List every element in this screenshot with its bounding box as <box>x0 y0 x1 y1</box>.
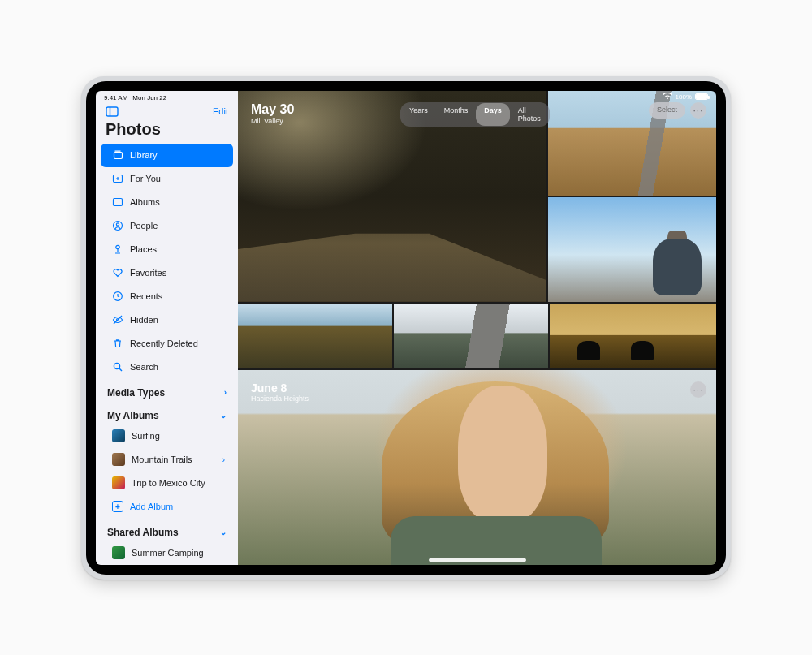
album-item-trip-mexico[interactable]: Trip to Mexico City <box>101 472 233 495</box>
svg-point-7 <box>116 245 119 248</box>
battery-icon <box>695 93 708 100</box>
segment-days[interactable]: Days <box>476 103 510 126</box>
sidebar-item-for-you[interactable]: For You <box>101 167 233 191</box>
album-thumb <box>112 453 125 466</box>
select-button[interactable]: Select <box>649 102 685 119</box>
album-label: Mountain Trails <box>132 455 216 464</box>
sidebar-toggle-icon[interactable] <box>106 106 119 117</box>
svg-rect-2 <box>114 153 123 159</box>
section-shared-albums[interactable]: Shared Albums ⌄ <box>96 519 238 541</box>
plus-icon: + <box>112 501 123 512</box>
wifi-icon <box>663 93 672 100</box>
sidebar-item-label: Albums <box>130 197 225 207</box>
album-label: Surfing <box>132 431 225 441</box>
shared-item-summer-camping[interactable]: Summer Camping <box>101 541 233 565</box>
album-item-surfing[interactable]: Surfing <box>101 424 233 448</box>
sidebar-item-favorites[interactable]: Favorites <box>101 261 233 285</box>
album-label: Summer Camping <box>132 548 225 558</box>
sidebar-item-people[interactable]: People <box>101 214 233 238</box>
section-title: Media Types <box>107 387 165 399</box>
map-pin-icon <box>112 243 123 255</box>
sidebar-item-label: Recently Deleted <box>130 338 225 348</box>
photo-tile[interactable] <box>550 304 716 368</box>
sidebar-item-hidden[interactable]: Hidden <box>101 308 233 332</box>
photo-tile[interactable] <box>238 304 392 368</box>
svg-point-10 <box>114 363 119 368</box>
album-label: Trip to Mexico City <box>132 478 225 488</box>
sidebar-item-label: People <box>130 221 225 231</box>
status-date: Mon Jun 22 <box>132 94 166 101</box>
battery-pct: 100% <box>676 93 692 101</box>
sidebar-item-label: Library <box>130 150 225 160</box>
section-title: Shared Albums <box>107 527 179 538</box>
app-title: Photos <box>96 120 238 144</box>
magnifier-icon <box>112 361 123 373</box>
album-rect-icon <box>112 196 123 208</box>
status-bar-left: 9:41 AM Mon Jun 22 <box>96 91 238 101</box>
album-item-mountain-trails[interactable]: Mountain Trails › <box>101 448 233 472</box>
svg-rect-4 <box>114 199 123 206</box>
photo-stack-icon <box>112 149 123 161</box>
svg-point-6 <box>116 223 119 226</box>
photo-tile[interactable] <box>548 197 716 302</box>
sidebar-item-label: Places <box>130 244 225 254</box>
svg-rect-0 <box>106 107 118 116</box>
segment-years[interactable]: Years <box>401 103 436 126</box>
sidebar-item-label: Search <box>130 362 225 372</box>
photo-hero[interactable]: May 30 Mill Valley Years Months Days All… <box>238 91 546 302</box>
chevron-right-icon: › <box>222 455 225 464</box>
sidebar-item-places[interactable]: Places <box>101 238 233 261</box>
group-date: May 30 <box>251 102 294 117</box>
view-segmented-control[interactable]: Years Months Days All Photos <box>400 102 550 127</box>
group-location: Mill Valley <box>251 117 294 125</box>
eye-slash-icon <box>112 314 123 325</box>
chevron-down-icon: ⌄ <box>220 528 227 536</box>
photo-tile[interactable] <box>394 304 548 368</box>
sidebar-item-albums[interactable]: Albums <box>101 191 233 214</box>
sidebar-item-recents[interactable]: Recents <box>101 285 233 308</box>
segment-months[interactable]: Months <box>436 103 477 126</box>
more-button[interactable]: ··· <box>690 381 706 398</box>
status-bar-right: 100% <box>663 93 708 101</box>
more-button[interactable]: ··· <box>690 102 706 119</box>
sidebar-item-label: Hidden <box>130 315 225 325</box>
edit-button[interactable]: Edit <box>213 106 228 116</box>
sidebar-item-label: For You <box>130 174 225 183</box>
photo-grid: 100% May 30 Mill Valley Years Months Day… <box>238 91 716 565</box>
home-indicator[interactable] <box>429 558 526 562</box>
segment-all-photos[interactable]: All Photos <box>510 103 549 126</box>
ipad-device-frame: 9:41 AM Mon Jun 22 Edit Photos Li <box>81 76 731 580</box>
add-album-button[interactable]: + Add Album <box>101 495 233 519</box>
photo-hero[interactable]: June 8 Hacienda Heights ··· <box>238 370 716 565</box>
album-thumb <box>112 476 125 489</box>
person-circle-icon <box>112 220 123 231</box>
heart-icon <box>112 267 123 278</box>
sparkle-rect-icon <box>112 173 123 184</box>
sidebar-item-search[interactable]: Search <box>101 356 233 379</box>
album-thumb <box>112 546 125 559</box>
section-media-types[interactable]: Media Types › <box>96 379 238 402</box>
sidebar-item-recently-deleted[interactable]: Recently Deleted <box>101 332 233 356</box>
add-album-label: Add Album <box>130 502 225 511</box>
trash-icon <box>112 338 123 349</box>
clock-icon <box>112 291 123 302</box>
album-thumb <box>112 429 125 442</box>
status-time: 9:41 AM <box>104 94 127 101</box>
chevron-right-icon: › <box>224 388 227 397</box>
sidebar-item-label: Favorites <box>130 268 225 278</box>
section-title: My Albums <box>107 410 159 421</box>
group-date: June 8 <box>251 381 309 394</box>
section-my-albums[interactable]: My Albums ⌄ <box>96 402 238 424</box>
sidebar-item-library[interactable]: Library <box>101 144 233 167</box>
sidebar: 9:41 AM Mon Jun 22 Edit Photos Li <box>96 91 238 565</box>
chevron-down-icon: ⌄ <box>220 411 227 420</box>
group-location: Hacienda Heights <box>251 394 309 403</box>
sidebar-item-label: Recents <box>130 291 225 301</box>
